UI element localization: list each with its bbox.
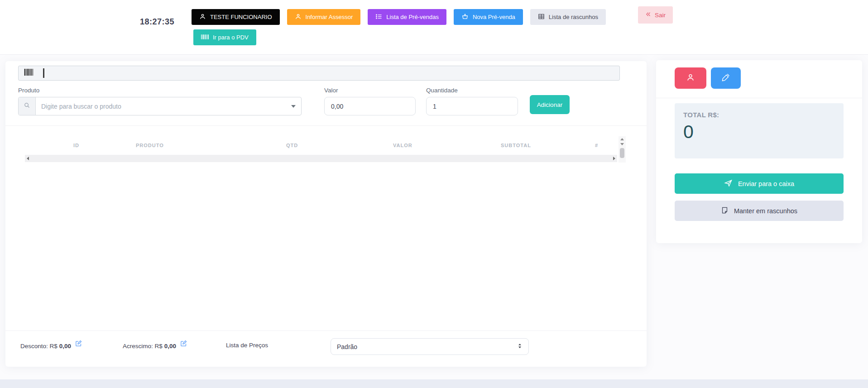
edit-square-icon[interactable] <box>180 340 187 348</box>
keep-in-drafts-label: Manter em rascunhos <box>734 207 797 215</box>
presale-list-label: Lista de Pré-vendas <box>386 14 439 20</box>
top-header: 18:27:35 TESTE FUNCIONARIO Informar Asse… <box>0 0 868 55</box>
scroll-up-arrow[interactable] <box>620 138 624 140</box>
scroll-down-arrow[interactable] <box>620 143 624 145</box>
value-input[interactable] <box>324 97 416 115</box>
scrollbar-thumb[interactable] <box>620 148 624 158</box>
product-search-input[interactable] <box>36 97 291 115</box>
scroll-right-arrow[interactable] <box>613 157 615 160</box>
annotation-button[interactable] <box>711 67 741 89</box>
note-icon <box>721 206 729 216</box>
search-icon <box>24 102 30 110</box>
caret-down-icon[interactable] <box>291 97 301 115</box>
presale-panel: Produto Valor Quantidade Adicionar ID PR… <box>5 61 647 367</box>
basket-icon <box>461 13 469 21</box>
price-list-selected-value: Padrão <box>337 343 357 350</box>
header-buttons-row2: Ir para o PDV <box>193 29 256 45</box>
person-icon <box>686 73 695 83</box>
clock: 18:27:35 <box>140 17 174 27</box>
barcode-icon <box>201 34 209 41</box>
exit-button[interactable]: Sair <box>638 6 673 24</box>
edit-square-icon[interactable] <box>75 340 82 348</box>
list-icon <box>375 13 382 21</box>
discount-value: 0,00 <box>59 343 71 350</box>
form-table-divider <box>5 125 647 126</box>
drafts-list-label: Lista de rascunhos <box>549 14 598 20</box>
quantity-input[interactable] <box>426 97 518 115</box>
table-footer-divider <box>5 331 647 331</box>
addition-value: 0,00 <box>164 343 176 350</box>
bottom-bar <box>0 379 868 388</box>
column-header-id: ID <box>73 143 79 148</box>
presale-list-button[interactable]: Lista de Pré-vendas <box>368 9 446 25</box>
new-presale-label: Nova Pré-venda <box>473 14 515 20</box>
column-header-qtd: QTD <box>286 143 298 148</box>
customer-button[interactable] <box>675 67 706 89</box>
column-header-subtotal: SUBTOTAL <box>501 143 531 148</box>
product-label: Produto <box>18 87 39 94</box>
barcode-input[interactable] <box>18 66 620 81</box>
send-to-cashier-button[interactable]: Enviar para o caixa <box>675 173 844 194</box>
column-header-actions: # <box>595 143 598 148</box>
addition-display: Acrescimo: R$ 0,00 <box>123 342 187 350</box>
scroll-left-arrow[interactable] <box>27 157 29 160</box>
header-buttons-row: TESTE FUNCIONARIO Informar Assessor List… <box>192 9 606 25</box>
table-horizontal-scrollbar[interactable] <box>25 155 617 162</box>
price-list-select[interactable]: Padrão <box>331 338 529 355</box>
discount-label: Desconto: R$ <box>20 343 58 350</box>
product-search-select[interactable] <box>18 97 302 115</box>
value-label: Valor <box>324 87 338 94</box>
employee-button-label: TESTE FUNCIONARIO <box>210 14 272 20</box>
add-product-button[interactable]: Adicionar <box>530 95 570 114</box>
total-panel: TOTAL R$: 0 <box>675 103 844 158</box>
discount-display: Desconto: R$ 0,00 <box>20 342 82 350</box>
pen-icon <box>721 73 730 83</box>
up-down-icon <box>517 343 523 351</box>
column-header-valor: VALOR <box>393 143 412 148</box>
send-icon <box>724 179 733 189</box>
go-to-pdv-button[interactable]: Ir para o PDV <box>193 29 256 45</box>
total-value: 0 <box>683 123 835 141</box>
chevrons-left-icon <box>645 11 652 19</box>
table-icon <box>538 13 545 21</box>
addition-label: Acrescimo: R$ <box>123 343 163 350</box>
checkout-panel: TOTAL R$: 0 Enviar para o caixa Manter e… <box>656 60 862 243</box>
text-caret <box>43 68 44 78</box>
inform-advisor-button[interactable]: Informar Assessor <box>287 9 361 25</box>
person-icon <box>199 13 206 21</box>
barcode-icon <box>24 68 36 78</box>
drafts-list-button[interactable]: Lista de rascunhos <box>530 9 606 25</box>
employee-button[interactable]: TESTE FUNCIONARIO <box>192 9 280 25</box>
keep-in-drafts-button[interactable]: Manter em rascunhos <box>675 201 844 221</box>
go-to-pdv-label: Ir para o PDV <box>213 34 249 41</box>
checkout-divider <box>656 98 862 98</box>
new-presale-button[interactable]: Nova Pré-venda <box>454 9 523 25</box>
price-list-label: Lista de Preços <box>226 342 268 349</box>
inform-advisor-label: Informar Assessor <box>306 14 353 20</box>
exit-label: Sair <box>655 12 666 19</box>
quantity-label: Quantidade <box>426 87 458 94</box>
table-vertical-scrollbar[interactable] <box>619 136 626 163</box>
send-to-cashier-label: Enviar para o caixa <box>738 180 794 187</box>
search-addon <box>19 97 36 115</box>
total-label: TOTAL R$: <box>683 111 835 119</box>
person-icon <box>295 13 302 21</box>
column-header-produto: PRODUTO <box>136 143 164 148</box>
